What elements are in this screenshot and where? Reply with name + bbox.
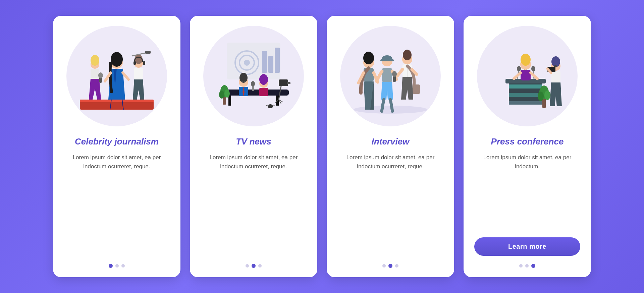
svg-rect-56 [380,59,394,61]
svg-rect-19 [262,51,267,73]
svg-rect-25 [222,90,289,96]
svg-point-10 [98,72,103,78]
card-title-interview: Interview [372,136,410,147]
svg-rect-15 [145,51,151,54]
svg-point-24 [244,60,250,66]
card-text-pressconf: Lorem ipsum dolor sit amet, ea per indoc… [474,153,580,231]
svg-rect-13 [134,68,143,79]
svg-point-7 [91,55,99,66]
svg-rect-20 [268,56,273,73]
svg-rect-73 [509,93,542,97]
dots-interview [382,264,398,268]
svg-point-3 [111,52,123,67]
svg-point-35 [251,81,255,86]
card-title-tvnews: TV news [236,136,271,147]
svg-line-61 [390,100,392,111]
dot-2 [388,264,392,268]
dot-3 [258,264,262,268]
svg-rect-72 [509,84,542,89]
svg-point-32 [259,74,268,85]
svg-rect-93 [554,65,557,67]
card-interview: Interview Lorem ipsum dolor sit amet, ea… [327,16,454,277]
dot-1 [109,264,113,268]
svg-rect-37 [287,82,290,84]
svg-line-67 [397,69,402,76]
svg-point-47 [224,90,230,98]
card-title-pressconf: Press conference [491,136,564,147]
svg-point-46 [219,91,224,99]
svg-point-97 [538,92,544,101]
svg-point-98 [544,91,550,100]
svg-rect-66 [413,84,420,94]
svg-line-58 [376,71,382,81]
dots-celebrity [109,264,125,268]
svg-line-5 [123,73,128,79]
svg-rect-21 [275,48,280,73]
svg-rect-26 [228,96,231,106]
card-text-interview: Lorem ipsum dolor sit amet, ea per indoc… [337,153,443,256]
dot-1 [519,264,523,268]
cards-container: Celebrity journalism Lorem ipsum dolor s… [33,2,611,291]
card-title-celebrity: Celebrity journalism [75,136,159,147]
svg-rect-74 [509,101,542,105]
svg-point-83 [521,54,531,66]
dot-1 [246,264,249,268]
svg-rect-57 [382,68,392,82]
svg-point-77 [517,66,521,71]
dot-2 [525,264,529,268]
dot-3 [531,264,535,268]
illustration-celebrity [66,26,167,126]
svg-rect-33 [259,88,268,96]
dot-3 [395,264,398,268]
dot-3 [121,264,125,268]
svg-rect-16 [133,61,136,65]
dots-pressconf [519,264,535,268]
learn-more-button[interactable]: Learn more [474,237,580,256]
svg-rect-89 [551,71,560,82]
dot-2 [252,264,256,268]
svg-line-60 [382,100,384,111]
svg-point-48 [268,104,273,108]
svg-point-29 [239,73,248,83]
card-text-celebrity: Lorem ipsum dolor sit amet, ea per indoc… [64,153,170,256]
svg-rect-17 [143,61,145,65]
dots-tvnews [246,264,262,268]
dot-2 [115,264,119,268]
svg-rect-36 [279,79,288,86]
illustration-tvnews [203,26,304,126]
svg-rect-84 [521,70,531,80]
dot-1 [382,264,386,268]
illustration-pressconf [477,26,578,126]
svg-rect-8 [91,69,99,79]
svg-point-51 [363,52,374,64]
card-tv-news: TV news Lorem ipsum dolor sit amet, ea p… [190,16,317,277]
svg-point-69 [392,71,397,77]
illustration-interview [340,26,441,126]
card-press-conference: Press conference Lorem ipsum dolor sit a… [464,16,591,277]
svg-rect-1 [80,100,154,102]
svg-point-81 [531,66,535,71]
card-text-tvnews: Lorem ipsum dolor sit amet, ea per indoc… [201,153,307,256]
card-celebrity-journalism: Celebrity journalism Lorem ipsum dolor s… [53,16,180,277]
svg-point-63 [403,50,412,60]
